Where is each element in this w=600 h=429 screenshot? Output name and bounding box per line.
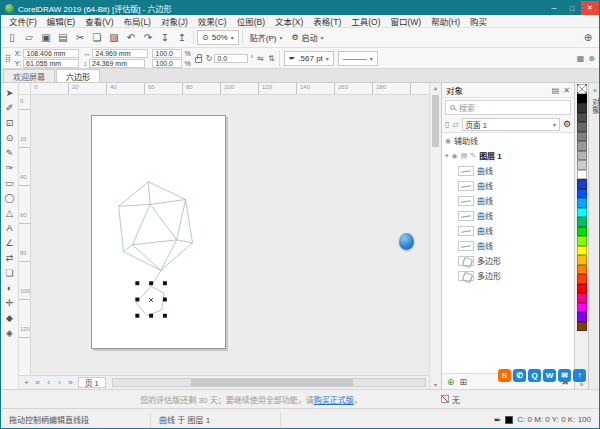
horizontal-ruler[interactable]: 020406080100120140160180: [31, 83, 429, 95]
new-document-icon[interactable]: ▯: [4, 30, 20, 46]
menu-bitmaps[interactable]: 位图(B): [232, 15, 270, 27]
phone-icon[interactable]: ✆: [513, 369, 526, 382]
buy-link[interactable]: 购买正式版: [314, 394, 354, 405]
color-eyedropper-tool[interactable]: ✛: [2, 295, 18, 310]
color-swatch[interactable]: [577, 236, 587, 246]
object-row[interactable]: 曲线: [442, 238, 574, 253]
color-swatch[interactable]: [577, 160, 587, 170]
lock-ratio-icon[interactable]: [195, 57, 202, 63]
tab-welcome-screen[interactable]: 欢迎屏幕: [3, 69, 55, 82]
drawing-viewport[interactable]: [31, 95, 429, 375]
menu-effects[interactable]: 效果(C): [193, 15, 232, 27]
object-row[interactable]: 曲线: [442, 193, 574, 208]
object-row[interactable]: 曲线: [442, 208, 574, 223]
ruler-corner[interactable]: [19, 83, 31, 95]
copy-icon[interactable]: ❏: [89, 30, 105, 46]
object-row[interactable]: 多边形: [442, 253, 574, 268]
rotation-angle-input[interactable]: [214, 54, 248, 63]
page-view-icon[interactable]: ▯: [445, 120, 449, 129]
print-icon[interactable]: ▤: [55, 30, 71, 46]
page-selector-dropdown[interactable]: 页面 1 ▾: [462, 118, 560, 131]
transparency-tool[interactable]: ◐: [2, 280, 18, 295]
color-swatch[interactable]: [577, 94, 587, 104]
color-swatch[interactable]: [577, 179, 587, 189]
qq-icon[interactable]: Q: [528, 369, 541, 382]
printer-icon[interactable]: ▤: [461, 152, 468, 160]
color-swatch[interactable]: [577, 217, 587, 227]
docker-tab-objects[interactable]: 对象: [590, 98, 600, 114]
launch-combo[interactable]: ⚙ 启动 ▾: [287, 30, 327, 45]
mail-icon[interactable]: ✉: [558, 369, 571, 382]
object-row[interactable]: 曲线: [442, 163, 574, 178]
scale-v-input[interactable]: [152, 59, 182, 68]
page-tab[interactable]: 页 1: [78, 377, 106, 388]
zoom-tool[interactable]: ⊙: [2, 130, 18, 145]
layer-row[interactable]: ▾ ◉ ▤ ✎ 图层 1: [442, 148, 574, 163]
next-page-icon[interactable]: ›: [54, 378, 65, 387]
pick-tool[interactable]: ➤: [2, 85, 18, 100]
tab-hexagon-document[interactable]: 六边形: [56, 69, 100, 82]
undo-icon[interactable]: ↶: [123, 30, 139, 46]
parallel-dimension-tool[interactable]: ∠: [2, 235, 18, 250]
flip-horizontal-icon[interactable]: ⇋: [257, 54, 264, 63]
object-height-input[interactable]: [89, 59, 145, 68]
color-swatch[interactable]: [577, 113, 587, 123]
scale-h-input[interactable]: [152, 49, 182, 58]
layer-view-icon[interactable]: ▱: [452, 120, 458, 129]
flip-vertical-icon[interactable]: ⇅: [268, 54, 275, 63]
menu-buy[interactable]: 购买: [465, 15, 492, 27]
color-swatch[interactable]: [577, 265, 587, 275]
gear-icon[interactable]: ⚙: [563, 119, 571, 129]
color-swatch[interactable]: [577, 208, 587, 218]
color-swatch[interactable]: [577, 227, 587, 237]
color-swatch[interactable]: [577, 198, 587, 208]
minimize-button[interactable]: ─: [545, 1, 563, 15]
menu-object[interactable]: 对象(J): [156, 15, 193, 27]
menu-help[interactable]: 帮助(H): [426, 15, 465, 27]
artistic-media-tool[interactable]: ✑: [2, 160, 18, 175]
maximize-button[interactable]: □: [563, 1, 581, 15]
collapse-docker-icon[interactable]: «: [593, 87, 597, 94]
object-row[interactable]: 曲线: [442, 178, 574, 193]
color-swatch[interactable]: [577, 122, 587, 132]
redo-icon[interactable]: ↷: [140, 30, 156, 46]
freehand-tool[interactable]: ✎: [2, 145, 18, 160]
menu-tools[interactable]: 工具(O): [346, 15, 385, 27]
color-swatch[interactable]: [577, 255, 587, 265]
close-button[interactable]: ✕: [581, 1, 599, 15]
y-position-input[interactable]: [23, 59, 79, 68]
color-swatch[interactable]: [577, 293, 587, 303]
save-icon[interactable]: ▣: [38, 30, 54, 46]
color-swatch[interactable]: [577, 284, 587, 294]
search-input[interactable]: 搜索: [445, 100, 571, 115]
horizontal-scroll-thumb[interactable]: [191, 379, 353, 386]
drop-shadow-tool[interactable]: ❏: [2, 265, 18, 280]
new-layer-icon[interactable]: ⊕: [447, 377, 455, 387]
chevron-down-icon[interactable]: ▾: [445, 152, 449, 160]
color-swatch[interactable]: [577, 189, 587, 199]
color-swatch[interactable]: [577, 303, 587, 313]
quick-customize-icon[interactable]: ⊕: [588, 54, 595, 63]
docker-close-icon[interactable]: ✕: [563, 86, 570, 95]
weibo-icon[interactable]: W: [543, 369, 556, 382]
menu-text[interactable]: 文本(X): [270, 15, 308, 27]
color-swatch[interactable]: [577, 141, 587, 151]
pencil-icon[interactable]: ✎: [470, 152, 476, 160]
color-swatch[interactable]: [577, 274, 587, 284]
eye-icon[interactable]: ◉: [452, 152, 458, 160]
sohu-icon[interactable]: S: [498, 369, 511, 382]
palette-flyout-icon[interactable]: »: [580, 381, 584, 389]
color-swatch[interactable]: [577, 322, 587, 332]
crop-tool[interactable]: ⊡: [2, 115, 18, 130]
polygon-tool[interactable]: △: [2, 205, 18, 220]
last-page-icon[interactable]: »: [65, 378, 76, 387]
quick-customize-icon[interactable]: ⊕: [580, 30, 596, 46]
vertical-scroll-thumb[interactable]: [432, 95, 439, 147]
text-tool[interactable]: A: [2, 220, 18, 235]
color-swatch[interactable]: [577, 170, 587, 180]
paste-icon[interactable]: ▨: [106, 30, 122, 46]
guides-row[interactable]: ◉ 辅助线: [442, 133, 574, 148]
add-page-button[interactable]: +: [21, 378, 32, 387]
import-icon[interactable]: ↧: [157, 30, 173, 46]
top-icon[interactable]: ↑: [573, 369, 586, 382]
